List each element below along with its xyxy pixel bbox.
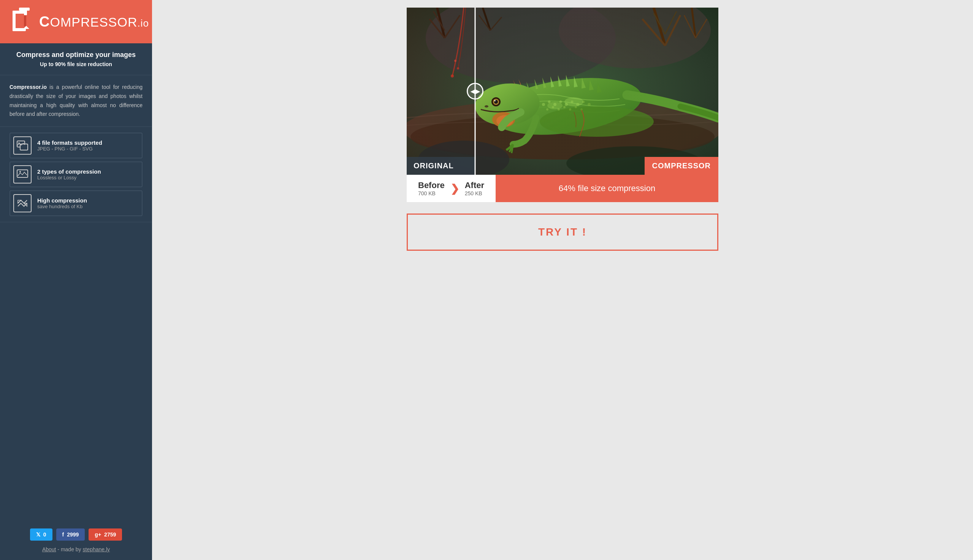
feature-formats-sub: JPEG - PNG - GIF - SVG [37,146,102,152]
feature-compression-types: 2 types of compression Lossless or Lossy [10,162,142,187]
feature-compression-types-text: 2 types of compression Lossless or Lossy [37,168,101,180]
facebook-icon: f [62,532,64,538]
try-it-button[interactable]: TRY IT ! [407,213,718,251]
feature-formats-title: 4 file formats supported [37,140,102,146]
about-link[interactable]: About [42,546,56,552]
svg-point-66 [564,97,583,107]
before-label: Before [418,180,445,190]
footer-links: About - made by stephane.ly [42,546,110,552]
feature-high-compression-text: High compression save hundreds of Kb [37,197,87,209]
label-original: ORIGINAL [407,157,475,175]
svg-rect-5 [24,15,26,27]
stats-compression: 64% file size compression [496,175,718,202]
sub-tagline-prefix: Up to [40,61,55,67]
svg-point-11 [19,171,21,172]
description-area: Compressor.io is a powerful online tool … [0,75,152,127]
gplus-count: 2759 [104,532,116,538]
twitter-icon: 𝕏 [36,532,40,538]
sub-tagline: Up to 90% file size reduction [10,61,142,67]
main-tagline: Compress and optimize your images [10,51,142,59]
before-group: Before 700 KB [418,180,445,197]
social-area: 𝕏 0 f 2999 g+ 2759 About - made by steph… [0,521,152,560]
try-it-area: TRY IT ! [407,213,718,251]
facebook-count: 2999 [67,532,78,538]
logo-icon [10,8,36,36]
svg-rect-10 [17,170,28,177]
feature-formats-text: 4 file formats supported JPEG - PNG - GI… [37,140,102,152]
feature-compression-types-title: 2 types of compression [37,168,101,175]
svg-marker-12 [18,200,21,203]
svg-point-67 [547,102,562,109]
after-label: After [465,180,484,190]
logo-io: .io [138,17,149,29]
after-group: After 250 KB [465,180,484,197]
features-area: 4 file formats supported JPEG - PNG - GI… [0,127,152,222]
twitter-count: 0 [43,532,47,538]
label-compressed: COMPRESSOR [644,157,718,175]
gplus-button[interactable]: g+ 2759 [88,528,122,541]
gplus-icon: g+ [95,532,101,538]
comparison-container: ◀▶ ORIGINAL COMPRESSOR Before 700 KB ❯ A… [407,8,718,202]
compression-types-icon [13,165,32,183]
svg-rect-4 [19,8,30,11]
formats-icon [13,137,32,155]
before-size: 700 KB [418,190,445,197]
feature-high-compression: High compression save hundreds of Kb [10,190,142,216]
sub-tagline-highlight: 90% [55,61,66,67]
tagline-area: Compress and optimize your images Up to … [0,43,152,75]
image-comparison[interactable]: ◀▶ ORIGINAL COMPRESSOR [407,8,718,175]
stats-before-after: Before 700 KB ❯ After 250 KB [407,175,496,202]
logo-text: COMPRESSOR.io [39,14,149,30]
image-original [407,8,718,175]
high-compression-icon [13,194,32,212]
feature-formats: 4 file formats supported JPEG - PNG - GI… [10,133,142,158]
feature-compression-types-sub: Lossless or Lossy [37,175,101,180]
sidebar: COMPRESSOR.io Compress and optimize your… [0,0,152,560]
stats-bar: Before 700 KB ❯ After 250 KB 64% file si… [407,175,718,202]
facebook-button[interactable]: f 2999 [56,528,85,541]
social-buttons: 𝕏 0 f 2999 g+ 2759 [30,528,122,541]
svg-marker-6 [23,26,29,29]
svg-rect-1 [13,11,26,14]
svg-rect-0 [13,11,16,31]
main-content: ◀▶ ORIGINAL COMPRESSOR Before 700 KB ❯ A… [152,0,973,560]
description-brand: Compressor.io [10,84,47,90]
logo-area: COMPRESSOR.io [0,0,152,43]
twitter-button[interactable]: 𝕏 0 [30,528,52,541]
logo-c: C [39,14,50,30]
divider-handle[interactable]: ◀▶ [467,83,484,100]
logo-ompressor: OMPRESSOR [50,15,137,29]
footer-separator: - made by [57,546,82,552]
after-size: 250 KB [465,190,484,197]
stephane-link[interactable]: stephane.ly [83,546,110,552]
stats-arrow: ❯ [451,182,459,195]
feature-high-compression-sub: save hundreds of Kb [37,203,87,209]
sub-tagline-suffix: file size reduction [66,61,112,67]
feature-high-compression-title: High compression [37,197,87,203]
